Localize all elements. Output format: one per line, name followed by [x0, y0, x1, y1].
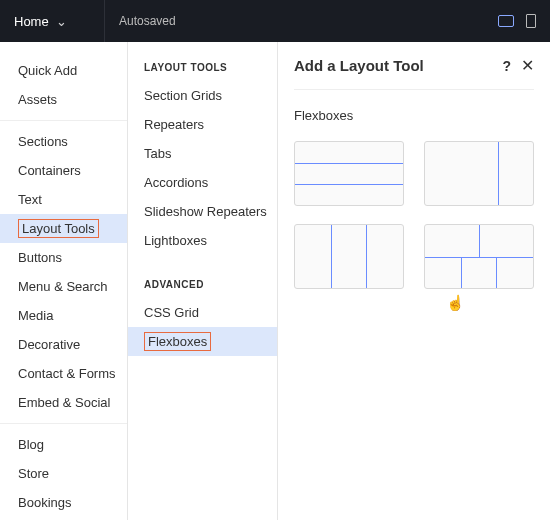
sidebar-group: Blog Store Bookings: [0, 424, 127, 520]
sidebar-item-label: Menu & Search: [18, 279, 108, 294]
close-icon[interactable]: ✕: [521, 56, 534, 75]
subitem-flexboxes[interactable]: Flexboxes: [128, 327, 277, 356]
sidebar-item-label: Media: [18, 308, 53, 323]
layout-tiles: [294, 141, 534, 289]
section-heading-advanced: ADVANCED: [128, 273, 277, 298]
panel-title: Add a Layout Tool: [294, 57, 424, 74]
sidebar-item-sections[interactable]: Sections: [0, 127, 127, 156]
subitem-accordions[interactable]: Accordions: [128, 168, 277, 197]
autosave-status: Autosaved: [119, 14, 498, 28]
subitem-label: Slideshow Repeaters: [144, 204, 267, 219]
desktop-icon[interactable]: [498, 15, 514, 27]
topbar: Home ⌄ Autosaved: [0, 0, 550, 42]
sidebar-item-layout-tools[interactable]: Layout Tools: [0, 214, 127, 243]
subitem-label: Accordions: [144, 175, 208, 190]
sidebar-group: Sections Containers Text Layout Tools Bu…: [0, 121, 127, 424]
home-dropdown[interactable]: Home ⌄: [14, 14, 104, 29]
mobile-icon[interactable]: [526, 14, 536, 28]
sidebar-item-label: Text: [18, 192, 42, 207]
sidebar-item-label: Contact & Forms: [18, 366, 116, 381]
tile-mixed[interactable]: [424, 224, 534, 289]
sidebar-item-containers[interactable]: Containers: [0, 156, 127, 185]
sidebar-item-label: Layout Tools: [18, 219, 99, 238]
subitem-label: Section Grids: [144, 88, 222, 103]
subitem-repeaters[interactable]: Repeaters: [128, 110, 277, 139]
primary-sidebar: Quick Add Assets Sections Containers Tex…: [0, 42, 128, 520]
subitem-label: Lightboxes: [144, 233, 207, 248]
subitem-tabs[interactable]: Tabs: [128, 139, 277, 168]
sidebar-item-label: Blog: [18, 437, 44, 452]
sidebar-item-media[interactable]: Media: [0, 301, 127, 330]
tile-three-columns[interactable]: [294, 224, 404, 289]
sidebar-item-bookings[interactable]: Bookings: [0, 488, 127, 517]
sidebar-group: Quick Add Assets: [0, 50, 127, 121]
sidebar-item-store[interactable]: Store: [0, 459, 127, 488]
sidebar-item-decorative[interactable]: Decorative: [0, 330, 127, 359]
panel-header: Add a Layout Tool ? ✕: [294, 56, 534, 90]
subitem-label: Tabs: [144, 146, 171, 161]
sidebar-item-blog[interactable]: Blog: [0, 430, 127, 459]
sidebar-item-label: Quick Add: [18, 63, 77, 78]
tile-one-column[interactable]: [424, 141, 534, 206]
main-area: Quick Add Assets Sections Containers Tex…: [0, 42, 550, 520]
home-label: Home: [14, 14, 49, 29]
sidebar-item-label: Store: [18, 466, 49, 481]
subitem-label: Flexboxes: [144, 332, 211, 351]
cursor-hand-icon: ☝: [446, 294, 465, 312]
sidebar-item-buttons[interactable]: Buttons: [0, 243, 127, 272]
sidebar-item-label: Bookings: [18, 495, 71, 510]
subitem-css-grid[interactable]: CSS Grid: [128, 298, 277, 327]
sidebar-item-label: Sections: [18, 134, 68, 149]
topbar-device-icons: [498, 14, 536, 28]
subitem-lightboxes[interactable]: Lightboxes: [128, 226, 277, 255]
sidebar-item-quick-add[interactable]: Quick Add: [0, 56, 127, 85]
sidebar-item-label: Containers: [18, 163, 81, 178]
secondary-sidebar: LAYOUT TOOLS Section Grids Repeaters Tab…: [128, 42, 278, 520]
section-heading-layout-tools: LAYOUT TOOLS: [128, 56, 277, 81]
topbar-divider: [104, 0, 105, 42]
detail-panel: Add a Layout Tool ? ✕ Flexboxes ☝: [278, 42, 550, 520]
sidebar-item-contact-forms[interactable]: Contact & Forms: [0, 359, 127, 388]
chevron-down-icon: ⌄: [56, 14, 67, 29]
sidebar-item-label: Embed & Social: [18, 395, 111, 410]
panel-subheading: Flexboxes: [294, 108, 534, 123]
subitem-label: Repeaters: [144, 117, 204, 132]
subitem-slideshow-repeaters[interactable]: Slideshow Repeaters: [128, 197, 277, 226]
tile-rows[interactable]: [294, 141, 404, 206]
sidebar-item-label: Assets: [18, 92, 57, 107]
sidebar-item-assets[interactable]: Assets: [0, 85, 127, 114]
subitem-label: CSS Grid: [144, 305, 199, 320]
sidebar-item-menu-search[interactable]: Menu & Search: [0, 272, 127, 301]
subitem-section-grids[interactable]: Section Grids: [128, 81, 277, 110]
sidebar-item-embed-social[interactable]: Embed & Social: [0, 388, 127, 417]
panel-actions: ? ✕: [502, 56, 534, 75]
sidebar-item-label: Buttons: [18, 250, 62, 265]
help-icon[interactable]: ?: [502, 58, 511, 74]
sidebar-item-text[interactable]: Text: [0, 185, 127, 214]
sidebar-item-label: Decorative: [18, 337, 80, 352]
